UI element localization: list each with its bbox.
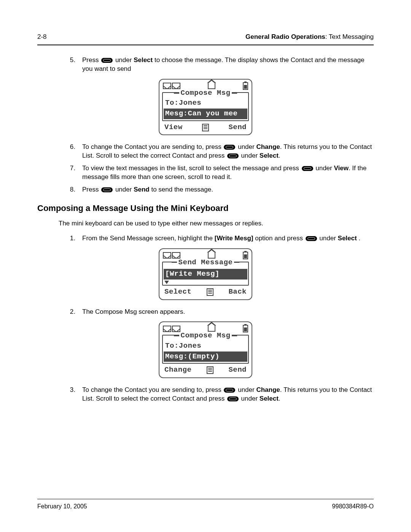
section-heading: Composing a Message Using the Mini Keybo… — [37, 203, 374, 214]
step-b1: 1. From the Send Message screen, highlig… — [66, 234, 374, 243]
lcd-softkey-row: Change Send — [162, 364, 249, 376]
lcd-left-softkey: Change — [164, 365, 191, 375]
battery-icon — [243, 82, 248, 90]
lcd-content-frame: Send Message [Write Mesg] — [162, 262, 249, 286]
softkey-icon — [224, 145, 235, 150]
lcd-content-frame: Compose Msg To:Jones Mesg:Can you mee — [162, 92, 249, 121]
step-list-b-cont: 2. The Compose Msg screen appears. — [37, 308, 374, 316]
step-7: 7. To view the text messages in the list… — [66, 164, 374, 182]
step-b2: 2. The Compose Msg screen appears. — [66, 308, 374, 316]
lcd-right-softkey: Send — [228, 123, 247, 133]
menu-icon — [207, 288, 213, 296]
envelope-icon — [163, 326, 171, 332]
lcd-send-message: Send Message [Write Mesg] Select Back — [159, 248, 252, 300]
lcd-mesg-line: Mesg:(Empty) — [164, 351, 247, 362]
lcd-mesg-line: Mesg:Can you mee — [164, 109, 247, 119]
battery-icon — [243, 325, 248, 332]
envelope-icon — [172, 326, 180, 332]
lcd-title: Compose Msg — [179, 88, 232, 98]
softkey-icon — [224, 388, 235, 393]
softkey-icon — [101, 58, 113, 63]
lcd-content-frame: Compose Msg To:Jones Mesg:(Empty) — [162, 335, 249, 364]
softkey-icon — [227, 396, 239, 401]
battery-icon — [243, 252, 248, 259]
softkey-icon — [302, 166, 313, 171]
step-list-b-cont2: 3. To change the Contact you are sending… — [37, 386, 374, 403]
menu-icon — [207, 366, 213, 374]
page-number: 2-8 — [37, 33, 47, 42]
softkey-icon — [306, 236, 317, 241]
header-rule — [37, 45, 374, 45]
envelope-icon — [163, 252, 171, 259]
lcd-title: Send Message — [177, 258, 234, 268]
home-icon — [208, 83, 215, 89]
step-list-a-cont: 6. To change the Contact you are sending… — [37, 143, 374, 194]
lcd-title: Compose Msg — [179, 331, 232, 341]
lcd-left-softkey: View — [164, 123, 183, 133]
lcd-softkey-row: Select Back — [162, 286, 249, 298]
lcd-write-mesg-line: [Write Mesg] — [164, 269, 247, 280]
menu-icon — [202, 124, 209, 131]
step-8: 8. Press under Send to send the message. — [66, 185, 374, 194]
step-list-b: 1. From the Send Message screen, highlig… — [37, 234, 374, 243]
section-intro: The mini keyboard can be used to type ei… — [59, 219, 374, 228]
envelope-icon — [163, 83, 171, 89]
down-arrow-icon — [164, 281, 169, 284]
page-header: 2-8 General Radio Operations: Text Messa… — [37, 33, 374, 43]
header-section: General Radio Operations: Text Messaging — [245, 33, 374, 42]
step-b3: 3. To change the Contact you are sending… — [66, 386, 374, 403]
footer-docnum: 9980384R89-O — [332, 502, 374, 511]
lcd-softkey-row: View Send — [162, 121, 249, 133]
lcd-compose-msg: Compose Msg To:Jones Mesg:Can you mee Vi… — [159, 79, 252, 136]
envelope-icon — [172, 83, 180, 89]
home-icon — [208, 252, 215, 259]
lcd-left-softkey: Select — [164, 287, 191, 297]
step-6: 6. To change the Contact you are sending… — [66, 143, 374, 160]
lcd-to-line: To:Jones — [163, 341, 248, 351]
softkey-icon — [227, 153, 239, 158]
softkey-icon — [101, 187, 113, 192]
page-footer: February 10, 2005 9980384R89-O — [37, 499, 374, 511]
footer-date: February 10, 2005 — [37, 502, 87, 511]
lcd-right-softkey: Back — [228, 287, 247, 297]
home-icon — [208, 326, 215, 332]
lcd-to-line: To:Jones — [163, 98, 248, 109]
envelope-icon — [172, 252, 180, 259]
lcd-compose-empty: Compose Msg To:Jones Mesg:(Empty) Change… — [159, 321, 252, 378]
step-list-a: 5. Press under Select to choose the mess… — [37, 56, 374, 73]
step-5: 5. Press under Select to choose the mess… — [66, 56, 374, 73]
lcd-right-softkey: Send — [228, 365, 247, 375]
